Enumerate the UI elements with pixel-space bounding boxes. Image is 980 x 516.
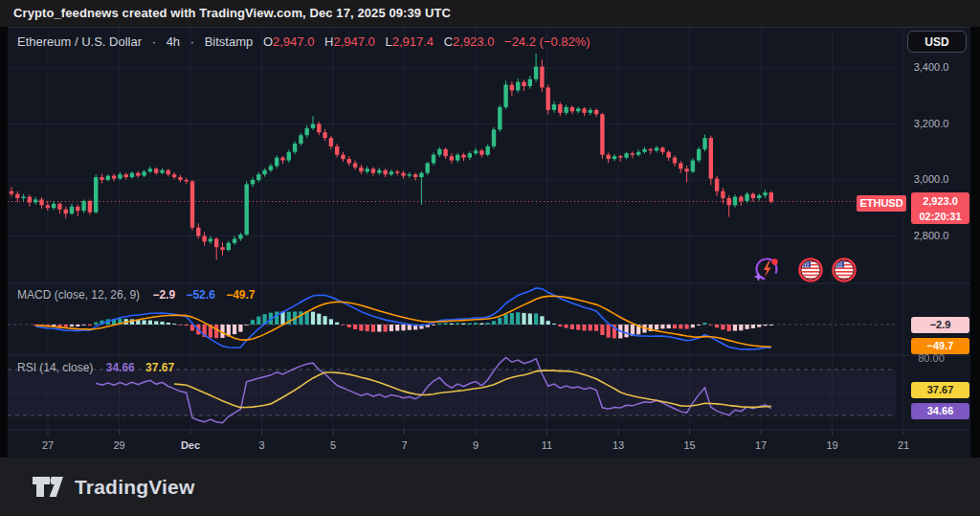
watermark-header: Crypto_feednews created with TradingView… [0, 0, 980, 27]
symbol-price-line-badge: ETHUSD [857, 195, 906, 212]
macd-label-row: MACD (close, 12, 26, 9) −2.9 −52.6 −49.7 [17, 288, 256, 302]
macd-signal-axis-badge: −49.7 [911, 338, 969, 354]
time-axis-label[interactable]: 29 [99, 439, 141, 451]
price-axis-label[interactable]: 2,800.0 [898, 230, 965, 241]
separator-dot: · [190, 34, 194, 49]
candlestick-layer[interactable] [8, 28, 896, 283]
change-value: −24.2 (−0.82%) [504, 34, 590, 49]
low-value: 2,917.4 [392, 34, 434, 49]
macd-label: MACD (close, 12, 26, 9) [17, 288, 140, 302]
price-axis-label[interactable]: 3,400.0 [898, 61, 965, 73]
currency-usd-button[interactable]: USD [907, 31, 967, 53]
rsi-axis-badge: 34.66 [911, 403, 969, 419]
footer: TradingView [0, 458, 980, 516]
close-label: C [444, 34, 453, 49]
high-value: 2,947.0 [333, 34, 374, 49]
macd-line-value: −52.6 [186, 288, 214, 302]
time-axis-label[interactable]: Dec [169, 439, 212, 451]
rsi-ma-value: 37.67 [145, 361, 174, 374]
rsi-ma-axis-badge: 37.67 [911, 382, 969, 398]
symbol-title-row: Ethereum / U.S. Dollar · 4h · Bitstamp O… [17, 34, 590, 49]
interval-label: 4h [167, 34, 180, 49]
time-axis-label[interactable]: 13 [597, 439, 639, 451]
chart-area: Ethereum / U.S. Dollar · 4h · Bitstamp O… [0, 27, 980, 458]
time-axis-label[interactable]: 15 [669, 439, 711, 451]
bar-countdown: 02:20:31 [911, 209, 969, 224]
tradingview-brand[interactable]: TradingView [75, 476, 195, 499]
time-axis-label[interactable]: 11 [526, 439, 568, 451]
macd-hist-value: −2.9 [152, 288, 175, 302]
time-axis-label[interactable]: 9 [455, 439, 497, 451]
time-axis-label[interactable]: 7 [384, 439, 426, 451]
time-axis-label[interactable]: 27 [27, 439, 69, 451]
rsi-value: 34.66 [106, 361, 135, 374]
macd-hist-axis-badge: −2.9 [911, 317, 969, 333]
exchange-label: Bitstamp [205, 34, 254, 49]
time-axis-label[interactable]: 19 [812, 439, 854, 451]
price-axis-label[interactable]: 3,200.0 [898, 118, 965, 129]
separator-dot: · [152, 34, 156, 49]
time-axis-label[interactable]: 17 [740, 439, 782, 451]
last-price-badge: 2,923.0 02:20:31 [911, 192, 969, 224]
close-value: 2,923.0 [453, 34, 494, 49]
chart-panel: Ethereum / U.S. Dollar · 4h · Bitstamp O… [8, 27, 970, 459]
time-axis-label[interactable]: 5 [312, 439, 354, 451]
price-axis-label[interactable]: 3,000.0 [898, 173, 965, 185]
rsi-label-row: RSI (14, close) 34.66 37.67 [17, 361, 174, 374]
time-axis-label[interactable]: 3 [241, 439, 283, 451]
macd-signal-value: −49.7 [226, 288, 255, 302]
low-label: L [385, 34, 391, 49]
time-axis-label[interactable]: 21 [882, 439, 924, 451]
open-label: O [263, 34, 273, 49]
symbol-name: Ethereum / U.S. Dollar [17, 34, 142, 49]
watermark-text: Crypto_feednews created with TradingView… [13, 6, 451, 20]
high-label: H [324, 34, 333, 49]
rsi-label: RSI (14, close) [17, 361, 93, 374]
tradingview-logo-icon[interactable] [31, 474, 65, 500]
last-price: 2,923.0 [911, 193, 969, 209]
open-value: 2,947.0 [273, 34, 314, 49]
